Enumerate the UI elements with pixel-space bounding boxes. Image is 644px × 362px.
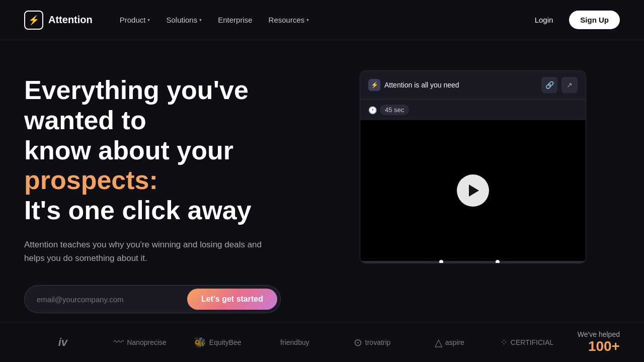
nav-item-resources[interactable]: Resources ▾ xyxy=(262,12,316,28)
logo-aspire: △ aspire xyxy=(411,336,488,348)
logo-name: Attention xyxy=(48,14,93,26)
nav-left: ⚡ Attention Product ▾ Solutions ▾ Enterp… xyxy=(24,11,316,30)
we-helped-count: 100+ xyxy=(578,338,620,354)
logo-icon: ⚡ xyxy=(24,11,43,30)
hero-title: Everything you've wanted to know about y… xyxy=(24,75,306,226)
video-body xyxy=(360,120,586,261)
scrubber-marker-1 xyxy=(439,260,443,263)
scrubber-marker-2 xyxy=(496,260,500,263)
nav-item-enterprise[interactable]: Enterprise xyxy=(211,12,259,28)
nav-item-product[interactable]: Product ▾ xyxy=(113,12,157,28)
logo-friendbuy: friendbuy xyxy=(256,338,334,346)
logo-certificial: ⁘ CERTIFICIAL xyxy=(488,337,566,348)
we-helped: We've helped 100+ xyxy=(566,330,620,354)
nav-links: Product ▾ Solutions ▾ Enterprise Resourc… xyxy=(113,12,316,28)
video-card: ⚡ Attention is all you need 🔗 ↗ 🕐 45 sec xyxy=(360,70,586,263)
email-input[interactable] xyxy=(37,295,187,304)
logo-iv: iv xyxy=(24,336,102,349)
nav-item-solutions[interactable]: Solutions ▾ xyxy=(159,12,209,28)
signup-button[interactable]: Sign Up xyxy=(569,11,620,29)
logo[interactable]: ⚡ Attention xyxy=(24,11,93,30)
cta-button[interactable]: Let's get started xyxy=(187,289,277,310)
login-button[interactable]: Login xyxy=(527,12,561,28)
we-helped-label: We've helped xyxy=(578,330,620,338)
play-button[interactable] xyxy=(457,174,489,207)
hero-left: Everything you've wanted to know about y… xyxy=(24,70,306,313)
chevron-down-icon: ▾ xyxy=(199,17,202,23)
link-icon: 🔗 xyxy=(545,81,554,89)
logo-trovatrip: ⊙ trovatrip xyxy=(334,336,411,348)
logo-equitybee: 🐝 EquityBee xyxy=(179,336,256,348)
trovatrip-icon: ⊙ xyxy=(354,336,362,348)
video-meta: 🕐 45 sec xyxy=(360,100,586,120)
video-duration: 45 sec xyxy=(380,105,409,115)
certificial-icon: ⁘ xyxy=(500,337,508,348)
aspire-icon: △ xyxy=(435,336,442,348)
copy-link-button[interactable]: 🔗 xyxy=(541,77,557,93)
chevron-down-icon: ▾ xyxy=(306,17,309,23)
external-link-icon: ↗ xyxy=(567,81,573,89)
nanoprecise-icon: 〰 xyxy=(114,336,124,348)
hero-section: Everything you've wanted to know about y… xyxy=(0,40,644,333)
hero-description: Attention teaches you why you're winning… xyxy=(24,238,276,265)
play-icon xyxy=(469,185,479,197)
logo-nanoprecise: 〰 Nanoprecise xyxy=(102,336,179,348)
navbar: ⚡ Attention Product ▾ Solutions ▾ Enterp… xyxy=(0,0,644,40)
open-external-button[interactable]: ↗ xyxy=(561,77,578,93)
logos-section: iv 〰 Nanoprecise 🐝 EquityBee friendbuy ⊙… xyxy=(0,322,644,362)
video-title-row: ⚡ Attention is all you need xyxy=(368,79,459,91)
chevron-down-icon: ▾ xyxy=(147,17,150,23)
clock-icon: 🕐 xyxy=(368,106,377,114)
video-header: ⚡ Attention is all you need 🔗 ↗ xyxy=(360,71,586,100)
video-header-actions: 🔗 ↗ xyxy=(541,77,578,93)
nav-right: Login Sign Up xyxy=(527,11,620,29)
video-title: Attention is all you need xyxy=(384,81,459,89)
email-form: Let's get started xyxy=(24,285,281,313)
bolt-icon: ⚡ xyxy=(368,79,380,91)
hero-right: ⚡ Attention is all you need 🔗 ↗ 🕐 45 sec xyxy=(326,70,620,263)
video-scrubber[interactable] xyxy=(360,261,586,263)
equitybee-icon: 🐝 xyxy=(194,336,206,348)
